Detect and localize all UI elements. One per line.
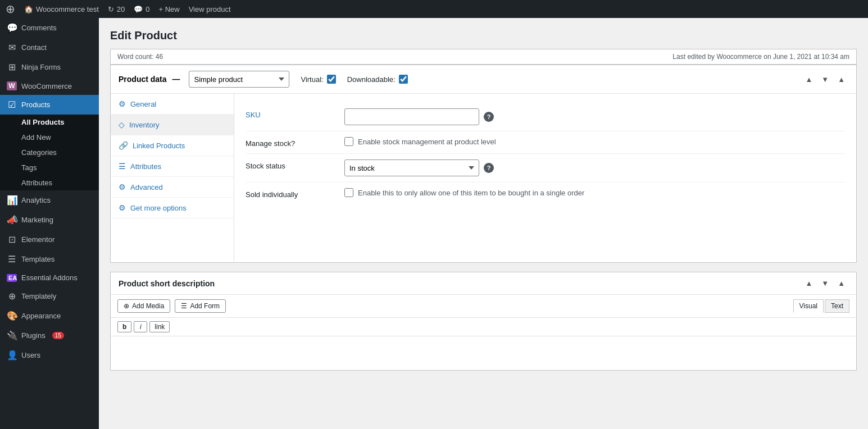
- link-button[interactable]: link: [149, 321, 170, 332]
- bold-button[interactable]: b: [117, 321, 131, 332]
- stock-status-select[interactable]: In stock Out of stock On backorder: [344, 159, 479, 176]
- attributes-tab-icon: ☰: [119, 162, 126, 171]
- product-data-controls: ▲ ▼ ▲: [802, 74, 848, 85]
- site-name[interactable]: 🏠 Woocommerce test: [24, 5, 99, 13]
- short-description-controls: ▲ ▼ ▲: [802, 278, 848, 289]
- sidebar-item-attributes[interactable]: Attributes: [0, 175, 99, 190]
- sidebar: 💬 Comments ✉ Contact ⊞ Ninja Forms W Woo…: [0, 18, 99, 429]
- product-data-section: Product data — Simple product Grouped pr…: [110, 65, 857, 263]
- tab-inventory[interactable]: ◇ Inventory: [111, 115, 234, 135]
- sidebar-item-analytics[interactable]: 📊 Analytics: [0, 190, 99, 210]
- short-desc-collapse-up-btn[interactable]: ▲: [802, 278, 816, 289]
- sidebar-item-essential-addons[interactable]: EA Essential Addons: [0, 269, 99, 286]
- tab-linked-products[interactable]: 🔗 Linked Products: [111, 135, 234, 156]
- comments-icon: 💬: [7, 22, 17, 33]
- add-form-button[interactable]: ☰ Add Form: [175, 299, 226, 313]
- add-media-button[interactable]: ⊕ Add Media: [117, 299, 170, 313]
- wp-logo[interactable]: ⊕: [6, 2, 15, 16]
- updates-item[interactable]: ↻ 20: [108, 5, 125, 13]
- sidebar-item-users[interactable]: 👤 Users: [0, 345, 99, 365]
- inventory-tab-icon: ◇: [119, 120, 125, 129]
- sku-row: SKU ?: [246, 103, 845, 131]
- product-data-header: Product data — Simple product Grouped pr…: [111, 65, 856, 94]
- inventory-tab-content: SKU ? Manage stock? Enable stock managem…: [234, 94, 856, 262]
- sku-help-icon: ?: [484, 112, 494, 122]
- users-icon: 👤: [7, 350, 17, 360]
- sidebar-item-categories[interactable]: Categories: [0, 145, 99, 160]
- stock-status-row: Stock status In stock Out of stock On ba…: [246, 154, 845, 182]
- sidebar-item-comments[interactable]: 💬 Comments: [0, 18, 99, 38]
- manage-stock-label: Manage stock?: [246, 137, 335, 148]
- short-desc-toggle-btn[interactable]: ▲: [834, 278, 848, 289]
- text-view-button[interactable]: Text: [825, 299, 849, 313]
- toggle-btn[interactable]: ▲: [834, 74, 848, 85]
- short-description-title: Product short description: [119, 279, 215, 288]
- marketing-icon: 📣: [7, 214, 17, 225]
- templately-icon: ⊕: [7, 291, 17, 302]
- italic-button[interactable]: i: [134, 321, 147, 332]
- sidebar-item-ninja-forms[interactable]: ⊞ Ninja Forms: [0, 57, 99, 77]
- product-type-select[interactable]: Simple product Grouped product External/…: [189, 71, 289, 88]
- collapse-down-btn[interactable]: ▼: [818, 74, 832, 85]
- products-submenu: All Products Add New Categories Tags Att…: [0, 115, 99, 190]
- word-count: Word count: 46: [117, 53, 163, 61]
- tab-advanced[interactable]: ⚙ Advanced: [111, 177, 234, 198]
- manage-stock-control-group: Enable stock management at product level: [344, 137, 845, 146]
- sidebar-item-elementor[interactable]: ⊡ Elementor: [0, 230, 99, 249]
- manage-stock-checkbox[interactable]: [344, 137, 353, 146]
- sidebar-item-all-products[interactable]: All Products: [0, 115, 99, 130]
- main-content: Edit Product Word count: 46 Last edited …: [99, 18, 868, 429]
- view-product-link[interactable]: View product: [189, 5, 231, 13]
- sidebar-item-add-new[interactable]: Add New: [0, 130, 99, 145]
- short-description-section: Product short description ▲ ▼ ▲ ⊕ Add Me…: [110, 272, 857, 371]
- format-toolbar: b i link: [111, 318, 856, 336]
- virtual-label: Virtual:: [301, 75, 323, 84]
- add-media-icon: ⊕: [124, 302, 129, 310]
- sidebar-item-templately[interactable]: ⊕ Templately: [0, 286, 99, 306]
- last-edited: Last edited by Woocommerce on June 1, 20…: [672, 53, 849, 61]
- collapse-up-btn[interactable]: ▲: [802, 74, 816, 85]
- sidebar-item-tags[interactable]: Tags: [0, 160, 99, 175]
- woocommerce-icon: W: [7, 81, 17, 90]
- tab-attributes[interactable]: ☰ Attributes: [111, 156, 234, 177]
- short-desc-collapse-down-btn[interactable]: ▼: [818, 278, 832, 289]
- sidebar-item-products[interactable]: ☑ Products: [0, 95, 99, 115]
- toolbar-left: ⊕ Add Media ☰ Add Form: [117, 299, 226, 313]
- analytics-icon: 📊: [7, 195, 17, 206]
- sold-individually-checkbox[interactable]: [344, 188, 353, 197]
- product-tabs: ⚙ General ◇ Inventory 🔗 Linked Products …: [111, 94, 234, 262]
- editor-area[interactable]: [111, 336, 856, 370]
- sidebar-item-templates[interactable]: ☰ Templates: [0, 249, 99, 269]
- comments-item[interactable]: 💬 0: [134, 5, 149, 13]
- tab-general[interactable]: ⚙ General: [111, 94, 234, 115]
- sidebar-item-marketing[interactable]: 📣 Marketing: [0, 210, 99, 230]
- sidebar-item-woocommerce[interactable]: W WooCommerce: [0, 77, 99, 95]
- get-more-options-icon: ⚙: [119, 203, 126, 212]
- sidebar-item-plugins[interactable]: 🔌 Plugins 15: [0, 326, 99, 345]
- visual-view-button[interactable]: Visual: [793, 299, 824, 313]
- tab-get-more-options[interactable]: ⚙ Get more options: [111, 198, 234, 218]
- virtual-checkbox[interactable]: [327, 75, 336, 84]
- page-title: Edit Product: [110, 29, 857, 42]
- manage-stock-row: Manage stock? Enable stock management at…: [246, 131, 845, 154]
- sku-input[interactable]: [344, 108, 479, 125]
- downloadable-checkbox[interactable]: [399, 75, 408, 84]
- add-form-icon: ☰: [181, 302, 187, 310]
- updates-icon: ↻: [108, 5, 114, 13]
- linked-products-tab-icon: 🔗: [119, 141, 128, 150]
- sku-control-group: ?: [344, 108, 845, 125]
- elementor-icon: ⊡: [7, 234, 17, 245]
- sidebar-item-contact[interactable]: ✉ Contact: [0, 38, 99, 57]
- word-count-bar: Word count: 46 Last edited by Woocommerc…: [110, 49, 857, 65]
- stock-status-label: Stock status: [246, 159, 335, 170]
- sidebar-item-appearance[interactable]: 🎨 Appearance: [0, 306, 99, 326]
- virtual-row: Virtual:: [301, 75, 335, 84]
- stock-status-help-icon: ?: [484, 163, 494, 173]
- downloadable-label: Downloadable:: [347, 75, 396, 84]
- product-data-body: ⚙ General ◇ Inventory 🔗 Linked Products …: [111, 94, 856, 262]
- product-data-label: Product data —: [119, 75, 183, 84]
- sold-individually-description: Enable this to only allow one of this it…: [358, 189, 584, 197]
- new-item[interactable]: + New: [158, 5, 179, 13]
- advanced-tab-icon: ⚙: [119, 182, 126, 191]
- ninja-forms-icon: ⊞: [7, 62, 17, 72]
